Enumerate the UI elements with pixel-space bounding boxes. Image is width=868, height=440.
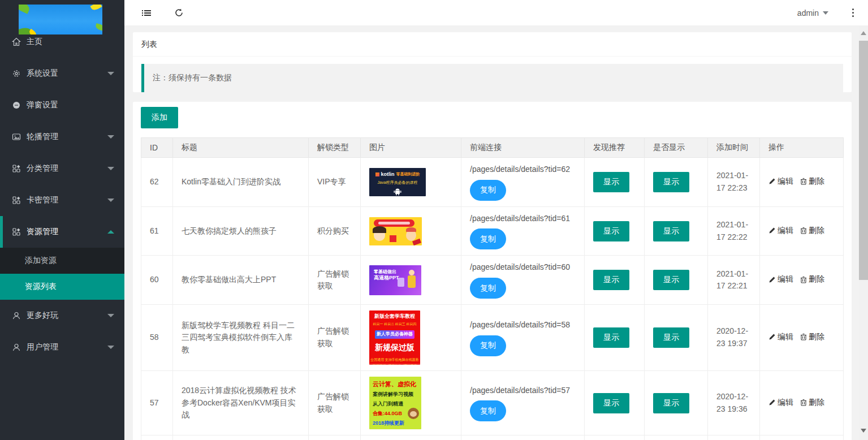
component-icon	[11, 227, 21, 237]
frontend-url: /pages/details/details?tid=61	[470, 213, 576, 225]
cell-unlock-type: VIP专享	[309, 158, 361, 207]
visible-toggle-button[interactable]: 显示	[653, 172, 689, 192]
recommend-toggle-button[interactable]: 显示	[593, 270, 629, 290]
cell-link: /pages/details/details?tid=61 复制	[461, 206, 585, 256]
column-header-unlock-type: 解锁类型	[309, 138, 361, 158]
monkey-character-decoration	[408, 408, 419, 419]
thumb-text: 2018持续更新	[373, 420, 421, 428]
thumbnail-kotlin-course: kotlin 零基础到进阶 Java程序员必备的课程	[369, 168, 426, 196]
edit-link[interactable]: 编辑	[768, 273, 793, 286]
sidebar-item-more-fun[interactable]: 更多好玩	[0, 300, 124, 331]
edit-link[interactable]: 编辑	[768, 331, 793, 343]
delete-link[interactable]: 删除	[800, 331, 824, 343]
sidebar-item-carousel[interactable]: 轮播管理	[0, 121, 124, 153]
topbar: admin	[124, 0, 868, 26]
thumb-text: 零基础到进阶	[396, 171, 420, 178]
edit-link[interactable]: 编辑	[768, 225, 793, 237]
delete-link[interactable]: 删除	[800, 396, 824, 409]
sidebar-subitem-add-resource[interactable]: 添加资源	[0, 248, 124, 274]
recommend-toggle-button[interactable]: 显示	[593, 393, 629, 413]
trash-icon	[800, 227, 807, 234]
chevron-down-icon	[823, 11, 828, 15]
leaf-decoration	[19, 5, 31, 14]
cell-actions: 编辑 删除	[760, 371, 844, 435]
copy-button[interactable]: 复制	[470, 400, 506, 421]
cell-recommend: 显示	[585, 158, 645, 207]
sidebar-item-resources[interactable]: 资源管理	[0, 216, 124, 248]
recommend-toggle-button[interactable]: 显示	[593, 172, 629, 192]
user-menu[interactable]: admin	[797, 8, 828, 18]
delete-label: 删除	[809, 396, 824, 409]
kebab-dot	[852, 12, 854, 14]
sidebar-item-card-keys[interactable]: 卡密管理	[0, 184, 124, 216]
sidebar-menu: 主页 系统设置 弹窗设置 轮播管理	[0, 26, 124, 363]
cell-time: 2020-12-23 19:36	[708, 371, 760, 435]
visible-toggle-button[interactable]: 显示	[653, 393, 689, 413]
cell-link	[461, 435, 585, 440]
table-row: 58 新版驾校学车视频教程 科目一二三四驾考宝典模拟软件倒车入库教 广告解锁获取…	[141, 305, 844, 371]
edit-label: 编辑	[778, 225, 793, 237]
kebab-dot	[852, 8, 854, 10]
visible-toggle-button[interactable]: 显示	[653, 221, 689, 241]
delete-link[interactable]: 删除	[800, 175, 824, 188]
cell-actions: 编辑 删除	[760, 158, 844, 207]
scroll-down-arrow-icon[interactable]	[861, 429, 866, 433]
delete-label: 删除	[809, 331, 824, 343]
sidebar-item-popup-settings[interactable]: 弹窗设置	[0, 89, 124, 121]
person-decoration	[398, 278, 404, 287]
cell-title: 七天教你搞定烦人的熊孩子	[173, 206, 309, 256]
delete-label: 删除	[809, 273, 824, 286]
cell-image: kotlin 零基础到进阶 Java程序员必备的课程	[361, 158, 461, 207]
cell-actions: 编辑 删除	[760, 305, 844, 371]
cell-recommend: 显示	[585, 206, 645, 256]
sidebar-item-home[interactable]: 主页	[0, 26, 124, 58]
refresh-icon	[174, 8, 184, 18]
copy-button[interactable]: 复制	[470, 180, 506, 201]
sidebar-subitem-resource-list[interactable]: 资源列表	[0, 274, 124, 300]
topbar-right: admin	[797, 8, 868, 18]
delete-link[interactable]: 删除	[800, 273, 824, 286]
edit-link[interactable]: 编辑	[768, 396, 793, 409]
cell-time: 2021-01-17 22:22	[708, 206, 760, 256]
sidebar-item-label: 更多好玩	[27, 310, 58, 321]
girl-character-decoration	[374, 228, 385, 241]
sidebar-item-label: 卡密管理	[27, 195, 58, 205]
android-robot-icon	[369, 187, 426, 196]
visible-toggle-button[interactable]: 显示	[653, 327, 689, 348]
add-button[interactable]: 添加	[141, 107, 178, 128]
refresh-button[interactable]	[174, 8, 184, 18]
boy-character-decoration	[406, 230, 416, 241]
trash-icon	[800, 178, 807, 185]
scrollbar-thumb[interactable]	[859, 41, 868, 280]
sidebar-item-system-settings[interactable]: 系统设置	[0, 58, 124, 89]
thumb-text: 科目一 科目二 科目三 科目四	[369, 322, 420, 327]
cell-title: Kotlin零基础入门到进阶实战	[173, 158, 309, 207]
recommend-toggle-button[interactable]: 显示	[593, 221, 629, 241]
copy-button[interactable]: 复制	[470, 228, 506, 249]
thumb-text: 全国通用 支持手机电脑在线观看	[369, 357, 420, 363]
sidebar-item-user-management[interactable]: 用户管理	[0, 331, 124, 363]
sidebar-item-label: 轮播管理	[27, 132, 58, 142]
cell-id: 62	[141, 158, 173, 207]
cell-recommend: 显示	[585, 371, 645, 435]
scroll-up-arrow-icon[interactable]	[861, 31, 866, 35]
kotlin-logo-icon	[375, 172, 379, 176]
delete-link[interactable]: 删除	[800, 225, 824, 237]
cell-actions	[760, 435, 844, 440]
more-options-button[interactable]	[852, 8, 854, 17]
sidebar-item-category[interactable]: 分类管理	[0, 153, 124, 184]
cell-id: 61	[141, 206, 173, 256]
thumbnail-cloud-course: 云计算、虚拟化 案例讲解学习视频 从入门到精通 合集:44.0GB 2018持续…	[369, 377, 421, 429]
sidebar-item-label: 弹窗设置	[27, 100, 58, 110]
visible-toggle-button[interactable]: 显示	[653, 270, 689, 290]
recommend-toggle-button[interactable]: 显示	[593, 327, 629, 348]
copy-button[interactable]: 复制	[470, 278, 506, 299]
main-area: admin 列表 注：须保持有一条数据 添加	[124, 0, 868, 440]
cell-unlock-type	[309, 435, 361, 440]
copy-button[interactable]: 复制	[470, 335, 506, 356]
edit-link[interactable]: 编辑	[768, 175, 793, 188]
sidebar-item-label: 分类管理	[27, 163, 58, 174]
thumbnail-kids-course	[369, 217, 422, 245]
sidebar-toggle-button[interactable]	[141, 8, 152, 18]
added-time: 2020-12-23 19:36	[716, 391, 754, 415]
